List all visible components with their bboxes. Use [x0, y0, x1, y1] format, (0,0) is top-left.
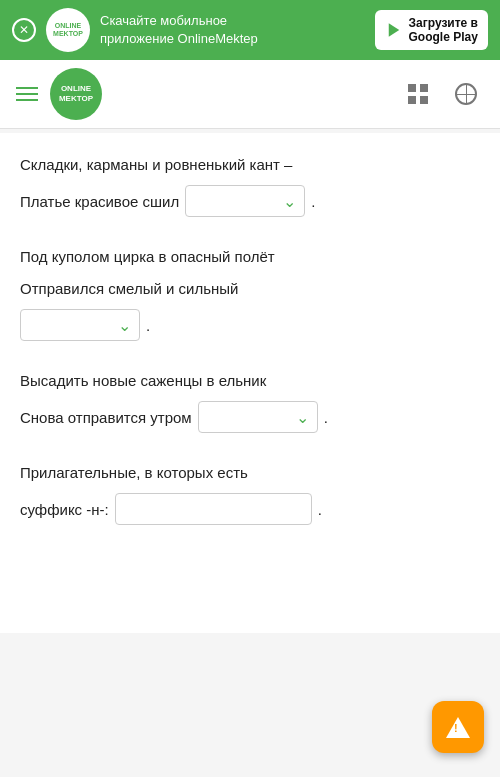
q3-period: . [324, 409, 328, 426]
language-icon[interactable] [448, 76, 484, 112]
globe-icon [455, 83, 477, 105]
svg-marker-0 [388, 23, 399, 37]
header-logo-text: ONLINE MEKTOP [59, 84, 93, 103]
main-content: Складки, карманы и ровненький кант – Пла… [0, 133, 500, 633]
google-play-button[interactable]: Загрузите в Google Play [375, 10, 488, 51]
warning-triangle-icon [446, 717, 470, 738]
q3-line1: Высадить новые саженцы в ельник [20, 369, 480, 393]
q3-line2-row: Снова отправится утром ⌄ . [20, 401, 480, 433]
q1-line1: Складки, карманы и ровненький кант – [20, 153, 480, 177]
warning-fab-button[interactable] [432, 701, 484, 753]
grid-view-icon[interactable] [400, 76, 436, 112]
question-3: Высадить новые саженцы в ельник Снова от… [20, 369, 480, 433]
question-1: Складки, карманы и ровненький кант – Пла… [20, 153, 480, 217]
q4-line2-text: суффикс -н-: [20, 501, 109, 518]
grid-squares-icon [408, 84, 428, 104]
q1-line2-text: Платье красивое сшил [20, 193, 179, 210]
banner-close-button[interactable] [12, 18, 36, 42]
chevron-down-icon: ⌄ [296, 408, 309, 427]
chevron-down-icon: ⌄ [118, 316, 131, 335]
q1-line2-row: Платье красивое сшил ⌄ . [20, 185, 480, 217]
q4-line1: Прилагательные, в которых есть [20, 461, 480, 485]
q2-dropdown-row: ⌄ . [20, 309, 480, 341]
banner-logo: ONLINE MEKTOP [46, 8, 90, 52]
google-play-icon [385, 21, 403, 39]
q2-period: . [146, 317, 150, 334]
q2-line2: Отправился смелый и сильный [20, 277, 480, 301]
q4-line2-row: суффикс -н-: . [20, 493, 480, 525]
header: ONLINE MEKTOP [0, 60, 500, 129]
chevron-down-icon: ⌄ [283, 192, 296, 211]
q4-period: . [318, 501, 322, 518]
top-banner: ONLINE MEKTOP Скачайте мобильное приложе… [0, 0, 500, 60]
q3-dropdown[interactable]: ⌄ [198, 401, 318, 433]
banner-text: Скачайте мобильное приложение OnlineMekt… [100, 12, 365, 48]
q1-dropdown[interactable]: ⌄ [185, 185, 305, 217]
q3-line2-text: Снова отправится утром [20, 409, 192, 426]
q1-period: . [311, 193, 315, 210]
q2-dropdown[interactable]: ⌄ [20, 309, 140, 341]
header-logo[interactable]: ONLINE MEKTOP [50, 68, 102, 120]
question-2: Под куполом цирка в опасный полёт Отправ… [20, 245, 480, 341]
question-4: Прилагательные, в которых есть суффикс -… [20, 461, 480, 525]
banner-logo-text: ONLINE MEKTOP [53, 22, 83, 39]
google-play-label: Загрузите в Google Play [409, 16, 478, 45]
q2-line1: Под куполом цирка в опасный полёт [20, 245, 480, 269]
menu-icon[interactable] [16, 87, 38, 101]
q4-text-input[interactable] [115, 493, 312, 525]
